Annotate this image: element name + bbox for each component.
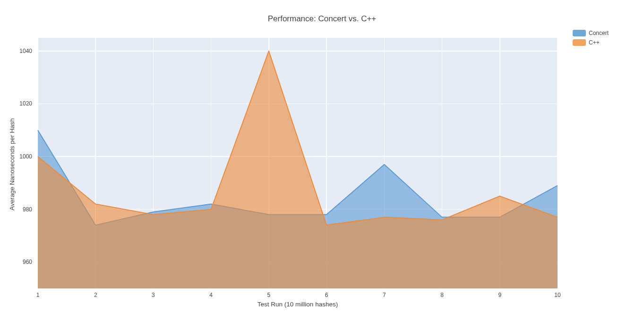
svg-text:8: 8 bbox=[440, 292, 444, 298]
y-tick-labels: 960980100010201040 bbox=[19, 48, 32, 265]
plot-area[interactable]: 12345678910 960980100010201040 bbox=[38, 38, 558, 288]
svg-text:1: 1 bbox=[36, 292, 40, 298]
svg-text:2: 2 bbox=[94, 292, 97, 298]
svg-text:4: 4 bbox=[209, 292, 213, 298]
series-area-c[interactable] bbox=[38, 51, 558, 288]
legend-item-concert[interactable]: Concert bbox=[572, 29, 610, 37]
chart-title: Performance: Concert vs. C++ bbox=[0, 14, 644, 24]
svg-text:1020: 1020 bbox=[19, 100, 32, 107]
svg-text:1000: 1000 bbox=[19, 153, 32, 160]
x-tick-labels: 12345678910 bbox=[36, 292, 561, 298]
series-group bbox=[38, 51, 558, 288]
x-axis-label: Test Run (10 million hashes) bbox=[38, 301, 558, 308]
svg-text:6: 6 bbox=[325, 292, 328, 298]
svg-text:9: 9 bbox=[498, 292, 501, 298]
legend-swatch-cpp bbox=[573, 39, 586, 46]
svg-text:10: 10 bbox=[554, 292, 561, 298]
svg-text:7: 7 bbox=[383, 292, 386, 298]
svg-text:980: 980 bbox=[23, 206, 32, 213]
svg-text:3: 3 bbox=[152, 292, 155, 298]
svg-text:5: 5 bbox=[267, 292, 271, 298]
y-axis-label: Average Nanoseconds per Hash bbox=[9, 39, 16, 290]
legend-label-concert: Concert bbox=[589, 30, 609, 36]
svg-text:1040: 1040 bbox=[19, 48, 32, 54]
svg-text:960: 960 bbox=[23, 259, 32, 265]
legend-swatch-concert bbox=[573, 30, 586, 36]
legend-item-cpp[interactable]: C++ bbox=[572, 39, 610, 46]
legend: Concert C++ bbox=[572, 29, 610, 48]
legend-label-cpp: C++ bbox=[589, 39, 600, 46]
chart-container: Performance: Concert vs. C++ 12345678910… bbox=[0, 0, 644, 331]
